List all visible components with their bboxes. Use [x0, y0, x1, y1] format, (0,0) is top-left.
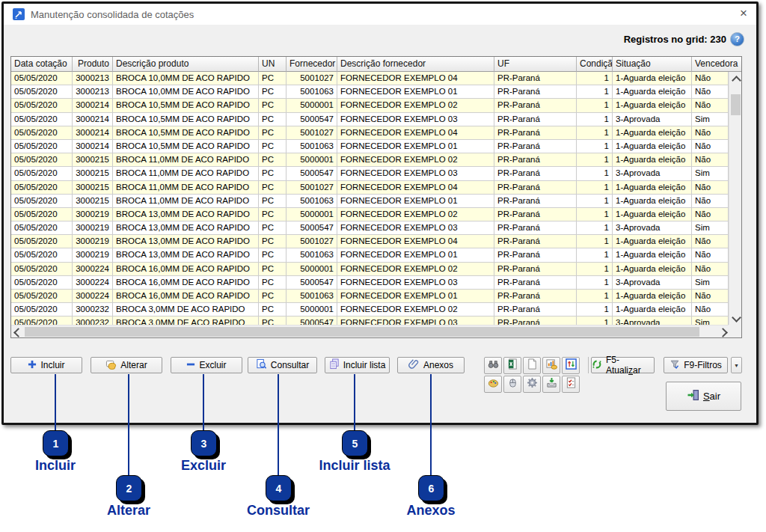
table-row[interactable]: 05/05/20203000215BROCA 11,0MM DE ACO RAP… [11, 167, 729, 180]
consultar-button[interactable]: Consultar [248, 357, 317, 373]
sair-button[interactable]: Sair [666, 382, 741, 411]
grid-cell: BROCA 10,5MM DE ACO RAPIDO [113, 126, 259, 140]
table-row[interactable]: 05/05/20203000219BROCA 13,0MM DE ACO RAP… [11, 235, 729, 248]
column-header[interactable]: Descrição produto [113, 57, 259, 72]
vertical-scroll-thumb[interactable] [731, 94, 741, 115]
table-row[interactable]: 05/05/20203000224BROCA 16,0MM DE ACO RAP… [11, 276, 729, 290]
f9-filtros-button[interactable]: F9-Filtros [664, 357, 728, 373]
close-icon[interactable]: × [740, 6, 747, 21]
grid-cell: BROCA 3,0MM DE ACO RAPIDO [113, 303, 259, 317]
column-header[interactable]: UF [494, 57, 577, 72]
checklist-icon [566, 377, 577, 391]
help-icon[interactable]: ? [730, 32, 744, 46]
table-row[interactable]: 05/05/20203000219BROCA 13,0MM DE ACO RAP… [11, 221, 729, 235]
table-row[interactable]: 05/05/20203000214BROCA 10,5MM DE ACO RAP… [11, 140, 729, 153]
gear-icon-button[interactable] [523, 376, 541, 393]
grid-cell: 1-Aguarda eleição [613, 85, 692, 99]
grid-cell: 5000547 [287, 221, 337, 235]
grid-cell: 3000219 [73, 248, 113, 262]
records-value: 230 [710, 34, 726, 45]
grid-cell: 1-Aguarda eleição [613, 181, 692, 195]
column-header[interactable]: Vencedora [692, 57, 741, 72]
column-header[interactable]: Descrição fornecedor [337, 57, 494, 72]
table-row[interactable]: 05/05/20203000213BROCA 10,0MM DE ACO RAP… [11, 72, 729, 85]
grid-cell: 1 [577, 303, 613, 317]
scroll-up-icon[interactable] [732, 76, 741, 85]
grid-cell: 1-Aguarda eleição [613, 303, 692, 317]
filters-dropdown-button[interactable]: ▼ [731, 357, 742, 373]
table-row[interactable]: 05/05/20203000214BROCA 10,5MM DE ACO RAP… [11, 99, 729, 112]
grid-cell: 3000214 [73, 126, 113, 140]
table-row[interactable]: 05/05/20203000224BROCA 16,0MM DE ACO RAP… [11, 263, 729, 276]
chart-icon-button[interactable] [542, 357, 560, 374]
grid-cell: Sim [692, 167, 729, 180]
binoculars-icon-button[interactable] [484, 357, 502, 374]
horizontal-scrollbar[interactable] [11, 325, 730, 337]
callout-label: Anexos [406, 503, 455, 519]
grid-cell: 05/05/2020 [11, 85, 73, 99]
callout-label: Excluir [181, 458, 226, 474]
grid-cell: PC [259, 72, 287, 85]
page: Manutenção consolidada de cotações × Reg… [0, 0, 766, 532]
table-row[interactable]: 05/05/20203000232BROCA 3,0MM DE ACO RAPI… [11, 303, 729, 317]
table-row[interactable]: 05/05/20203000224BROCA 16,0MM DE ACO RAP… [11, 290, 729, 303]
grid-cell: FORNECEDOR EXEMPLO 01 [337, 248, 494, 262]
incluir-button[interactable]: Incluir [10, 357, 82, 373]
import-icon-button[interactable] [542, 376, 560, 393]
column-header[interactable]: Situação [613, 57, 692, 72]
alterar-button[interactable]: Alterar [91, 357, 162, 373]
grid-cell: 1-Aguarda eleição [613, 208, 692, 221]
column-header[interactable]: Condição [577, 57, 613, 72]
table-row[interactable]: 05/05/20203000214BROCA 10,5MM DE ACO RAP… [11, 126, 729, 140]
document-icon-button[interactable] [523, 357, 541, 374]
table-row[interactable]: 05/05/20203000219BROCA 13,0MM DE ACO RAP… [11, 248, 729, 262]
funnel-icon [670, 359, 680, 372]
table-row[interactable]: 05/05/20203000215BROCA 11,0MM DE ACO RAP… [11, 181, 729, 195]
search-doc-icon [256, 358, 267, 372]
scroll-left-icon[interactable] [13, 328, 23, 337]
callout-label: Consultar [247, 503, 310, 519]
incluir-lista-button[interactable]: Incluir lista [325, 357, 390, 373]
checklist-icon-button[interactable] [562, 376, 580, 393]
grid-cell: PR-Paraná [494, 140, 577, 153]
grid-cell: PR-Paraná [494, 290, 577, 303]
grid-cell: PC [259, 113, 287, 126]
columns-icon [566, 358, 577, 373]
grid-cell: 5000547 [287, 167, 337, 180]
grid-cell: 3000215 [73, 153, 113, 167]
anexos-button[interactable]: Anexos [397, 357, 465, 373]
grid-cell: 1 [577, 208, 613, 221]
column-header[interactable]: UN [259, 57, 287, 72]
grid-cell: BROCA 10,0MM DE ACO RAPIDO [113, 85, 259, 99]
grid-cell: FORNECEDOR EXEMPLO 04 [337, 235, 494, 248]
refresh-icon [592, 359, 602, 372]
grid-cell: Não [692, 153, 729, 167]
excluir-button[interactable]: Excluir [171, 357, 242, 373]
grid-cell: 1-Aguarda eleição [613, 263, 692, 276]
f5-atualizar-button[interactable]: F5-Atualizar [591, 357, 655, 373]
grid-cell: PC [259, 99, 287, 112]
table-row[interactable]: 05/05/20203000213BROCA 10,0MM DE ACO RAP… [11, 85, 729, 99]
table-row[interactable]: 05/05/20203000214BROCA 10,5MM DE ACO RAP… [11, 113, 729, 126]
table-row[interactable]: 05/05/20203000215BROCA 11,0MM DE ACO RAP… [11, 153, 729, 167]
grid-cell: 1 [577, 248, 613, 262]
vertical-scrollbar[interactable] [729, 72, 741, 326]
table-row[interactable]: 05/05/20203000219BROCA 13,0MM DE ACO RAP… [11, 208, 729, 221]
scroll-down-icon[interactable] [732, 313, 741, 322]
table-row[interactable]: 05/05/20203000215BROCA 11,0MM DE ACO RAP… [11, 195, 729, 208]
columns-icon-button[interactable] [562, 357, 580, 374]
column-header[interactable]: Data cotação [11, 57, 73, 72]
column-header[interactable]: Produto [73, 57, 113, 72]
grid-cell: Não [692, 99, 729, 112]
grid-cell: 5001063 [287, 248, 337, 262]
horizontal-scroll-thumb[interactable] [25, 327, 699, 337]
import-icon [546, 377, 557, 391]
grid-cell: Não [692, 235, 729, 248]
grid-cell: 5000547 [287, 276, 337, 290]
mouse-icon-button[interactable] [503, 376, 521, 393]
grid-cell: 05/05/2020 [11, 263, 73, 276]
excel-icon-button[interactable] [503, 357, 521, 374]
scroll-right-icon[interactable] [718, 328, 728, 337]
column-header[interactable]: Fornecedor [287, 57, 337, 72]
palette-icon-button[interactable] [484, 376, 502, 393]
